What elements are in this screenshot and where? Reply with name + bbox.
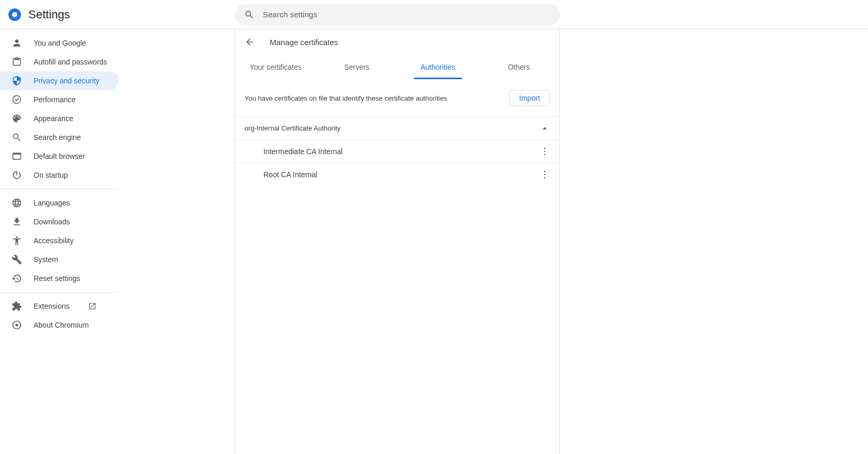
extension-icon (12, 301, 22, 311)
tab-your-certificates[interactable]: Your certificates (235, 55, 316, 79)
sidebar-item-accessibility[interactable]: Accessibility (0, 231, 119, 250)
sidebar-item-label: Default browser (34, 152, 85, 160)
tab-label: Others (508, 63, 530, 71)
sidebar-item-label: Privacy and security (34, 77, 99, 85)
nav-divider (0, 189, 119, 189)
page-title: Manage certificates (270, 38, 338, 47)
sidebar-item-label: About Chromium (34, 321, 89, 329)
sidebar-item-reset-settings[interactable]: Reset settings (0, 269, 119, 288)
download-icon (12, 217, 22, 227)
sidebar: You and Google Autofill and passwords Pr… (0, 29, 134, 454)
open-in-new-icon (88, 302, 97, 310)
tab-others[interactable]: Others (479, 55, 560, 79)
search-icon (12, 132, 22, 143)
svg-point-2 (544, 147, 546, 149)
sidebar-item-label: Reset settings (34, 274, 80, 283)
sidebar-item-autofill[interactable]: Autofill and passwords (0, 52, 119, 71)
sidebar-item-label: Autofill and passwords (34, 58, 107, 66)
sidebar-item-you-and-google[interactable]: You and Google (0, 34, 119, 52)
sidebar-item-system[interactable]: System (0, 250, 119, 269)
power-icon (12, 170, 22, 180)
restore-icon (12, 273, 22, 284)
org-name: org-Internal Certificate Authority (245, 124, 341, 132)
sidebar-item-on-startup[interactable]: On startup (0, 166, 119, 185)
sidebar-item-appearance[interactable]: Appearance (0, 109, 119, 128)
sidebar-item-extensions[interactable]: Extensions (0, 297, 119, 316)
svg-point-3 (544, 150, 546, 152)
sidebar-item-default-browser[interactable]: Default browser (0, 147, 119, 166)
nav-divider (0, 292, 119, 293)
svg-point-1 (16, 324, 18, 327)
wrench-icon (12, 254, 22, 265)
tab-label: Your certificates (250, 63, 302, 71)
search-icon (244, 9, 255, 20)
sidebar-item-label: Extensions (34, 302, 69, 310)
person-icon (12, 38, 22, 48)
page-header: Manage certificates (235, 29, 559, 55)
sidebar-item-label: Performance (34, 95, 76, 104)
sidebar-item-label: Search engine (34, 133, 81, 142)
svg-point-6 (544, 174, 546, 176)
svg-point-5 (544, 171, 546, 172)
chromium-icon (12, 320, 22, 330)
certificate-list: Intermediate CA Internal Root CA Interna… (235, 140, 559, 186)
description-row: You have certificates on file that ident… (235, 80, 559, 117)
speedometer-icon (12, 94, 22, 105)
sidebar-item-label: On startup (34, 171, 68, 179)
palette-icon (12, 113, 22, 124)
topbar: Settings (0, 0, 868, 29)
sidebar-item-privacy-security[interactable]: Privacy and security (0, 71, 119, 90)
sidebar-item-label: Accessibility (34, 236, 73, 245)
certificate-name: Intermediate CA Internal (263, 147, 343, 156)
sidebar-item-label: You and Google (34, 39, 86, 47)
app-title: Settings (28, 8, 70, 21)
chromium-logo-icon (8, 8, 21, 21)
sidebar-item-languages[interactable]: Languages (0, 193, 119, 212)
tab-servers[interactable]: Servers (316, 55, 398, 79)
accessibility-icon (12, 235, 22, 246)
globe-icon (12, 198, 22, 208)
sidebar-item-label: Languages (34, 199, 70, 207)
import-button[interactable]: Import (509, 90, 550, 106)
tab-label: Authorities (420, 63, 455, 71)
svg-point-7 (544, 177, 546, 179)
chevron-up-icon (539, 123, 550, 134)
certificate-row: Intermediate CA Internal (235, 140, 559, 163)
search-input[interactable] (263, 10, 551, 19)
description-text: You have certificates on file that ident… (245, 94, 447, 102)
certificate-row: Root CA Internal (235, 163, 559, 186)
more-options-button[interactable] (539, 146, 550, 157)
search-bar[interactable] (235, 4, 560, 25)
certificate-org-row[interactable]: org-Internal Certificate Authority (235, 117, 559, 140)
clipboard-icon (12, 57, 22, 67)
sidebar-item-performance[interactable]: Performance (0, 90, 119, 109)
tab-label: Servers (344, 63, 369, 71)
more-options-button[interactable] (539, 169, 550, 180)
sidebar-item-label: System (34, 255, 58, 264)
certificate-name: Root CA Internal (263, 170, 317, 179)
sidebar-item-downloads[interactable]: Downloads (0, 212, 119, 231)
window-icon (12, 151, 22, 161)
sidebar-item-search-engine[interactable]: Search engine (0, 128, 119, 147)
tab-authorities[interactable]: Authorities (397, 55, 479, 79)
svg-point-4 (544, 154, 546, 155)
content-frame: Manage certificates Your certificates Se… (235, 29, 560, 454)
topbar-left: Settings (0, 8, 70, 21)
tabs: Your certificates Servers Authorities Ot… (235, 55, 559, 80)
shield-icon (12, 75, 22, 86)
sidebar-item-about-chromium[interactable]: About Chromium (0, 316, 119, 334)
sidebar-item-label: Appearance (34, 114, 73, 123)
back-button[interactable] (245, 37, 255, 47)
sidebar-item-label: Downloads (34, 218, 70, 226)
